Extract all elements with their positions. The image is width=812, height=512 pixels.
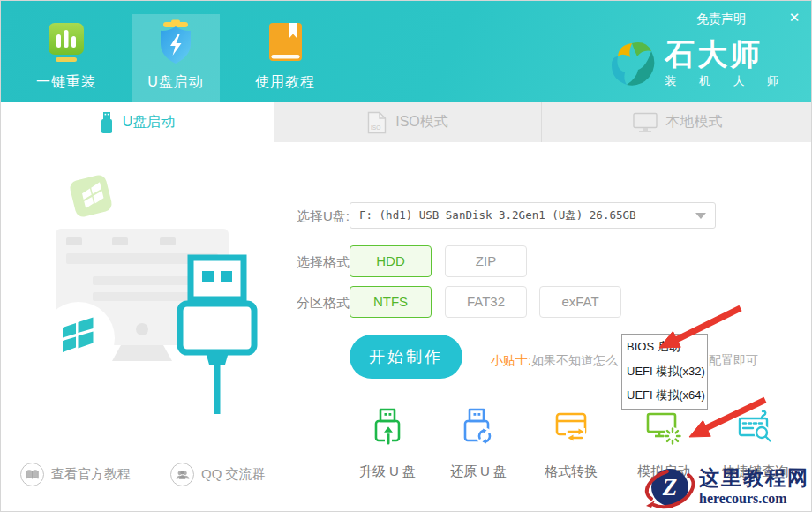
qq-group-link[interactable]: QQ 交流群: [170, 463, 266, 486]
format-convert-icon: [551, 407, 591, 448]
bar-chart-icon: [42, 19, 90, 66]
toolbar-item-label: 使用教程: [255, 73, 315, 92]
tab-label: 本地模式: [666, 113, 723, 132]
usb-upgrade-icon: [367, 407, 408, 448]
book-circle-icon: [20, 463, 44, 486]
boot-mode-menu: BIOS 启动 UEFI 模拟(x32) UEFI 模拟(x64): [621, 334, 708, 410]
toolbar-item-tutorial[interactable]: 使用教程: [241, 1, 329, 102]
format-option-zip[interactable]: ZIP: [445, 245, 527, 277]
watermark-text: 这里教程网 herecours.com: [699, 467, 809, 508]
site-watermark: Z 这里教程网 herecours.com: [643, 463, 809, 511]
partition-option-exfat[interactable]: exFAT: [539, 286, 621, 318]
shield-lightning-icon: [152, 19, 199, 66]
close-button[interactable]: ✕: [783, 8, 806, 27]
usb-boot-panel: 选择U盘: F: (hd1) USB SanDisk 3.2Gen1 (U盘) …: [1, 142, 812, 512]
brand-logo: 石大师 装 机 大 师: [606, 38, 788, 89]
menu-item-bios-boot[interactable]: BIOS 启动: [622, 338, 707, 356]
menu-item-uefi-x32[interactable]: UEFI 模拟(x32): [622, 363, 707, 380]
header: 一键重装 U盘启动 使用教程: [1, 1, 812, 102]
menu-item-uefi-x64[interactable]: UEFI 模拟(x64): [622, 387, 707, 404]
brand-subtitle: 装 机 大 师: [665, 73, 788, 89]
format-select-label: 选择格式:: [297, 254, 353, 271]
mode-tabbar: U盘启动 ISO ISO模式 本地模式: [1, 102, 812, 142]
brand-name: 石大师: [665, 38, 788, 70]
app-window: 一键重装 U盘启动 使用教程: [0, 0, 812, 512]
toolbar-item-label: U盘启动: [147, 73, 204, 92]
action-format-convert[interactable]: 格式转换: [525, 407, 617, 480]
watermark-url: herecours.com: [699, 490, 809, 508]
link-label: 查看官方教程: [51, 466, 131, 483]
partition-option-ntfs[interactable]: NTFS: [350, 286, 432, 318]
usb-drive-icon: [100, 111, 114, 134]
usb-computer-illustration: [36, 169, 266, 416]
tip-text: 小贴士:如果不知道怎么: [491, 353, 618, 369]
action-upgrade-usb[interactable]: 升级 U 盘: [342, 407, 433, 480]
action-restore-usb[interactable]: 还原 U 盘: [432, 407, 524, 480]
iso-file-icon: ISO: [367, 111, 387, 134]
toolbar-item-label: 一键重装: [36, 73, 96, 92]
brand-swirl-icon: [606, 38, 658, 89]
toolbar-item-usb-boot[interactable]: U盘启动: [132, 14, 220, 102]
disclaimer-link[interactable]: 免责声明: [696, 11, 746, 27]
usb-drive-select[interactable]: F: (hd1) USB SanDisk 3.2Gen1 (U盘) 26.65G…: [350, 202, 716, 229]
usb-select-label: 选择U盘:: [297, 208, 350, 225]
toolbar-item-reinstall[interactable]: 一键重装: [22, 1, 110, 102]
minimize-button[interactable]: —: [755, 8, 778, 27]
brand-text: 石大师 装 机 大 师: [665, 38, 788, 89]
partition-option-fat32[interactable]: FAT32: [445, 286, 527, 318]
tab-label: U盘启动: [123, 113, 176, 132]
link-label: QQ 交流群: [201, 466, 266, 483]
svg-text:ISO: ISO: [371, 124, 380, 131]
tip-left-text: 如果不知道怎么: [531, 353, 618, 367]
watermark-z-badge: Z: [643, 463, 697, 511]
usb-drive-value: F: (hd1) USB SanDisk 3.2Gen1 (U盘) 26.65G…: [359, 208, 695, 223]
simulate-boot-icon: [643, 407, 684, 448]
tip-right-text: 配置即可: [709, 353, 758, 369]
hotkey-lookup-icon: [735, 407, 776, 448]
watermark-title: 这里教程网: [699, 467, 809, 490]
partition-select-label: 分区格式:: [297, 295, 353, 312]
action-label: 升级 U 盘: [342, 463, 433, 480]
svg-text:Z: Z: [662, 474, 678, 501]
main-toolbar: 一键重装 U盘启动 使用教程: [22, 1, 329, 102]
tip-prefix: 小贴士:: [491, 353, 531, 367]
official-tutorial-link[interactable]: 查看官方教程: [20, 463, 131, 486]
monitor-icon: [633, 112, 658, 133]
book-icon: [261, 19, 309, 66]
tab-label: ISO模式: [395, 113, 448, 132]
format-option-hdd[interactable]: HDD: [350, 245, 432, 277]
tab-usb-boot[interactable]: U盘启动: [1, 102, 274, 142]
action-label: 格式转换: [525, 463, 617, 480]
people-circle-icon: [170, 463, 194, 486]
tab-iso-mode[interactable]: ISO ISO模式: [274, 102, 542, 142]
start-create-button[interactable]: 开始制作: [350, 335, 462, 379]
chevron-down-icon: [695, 213, 706, 219]
action-label: 还原 U 盘: [432, 463, 524, 480]
tab-local-mode[interactable]: 本地模式: [542, 102, 812, 142]
usb-restore-icon: [458, 407, 499, 448]
